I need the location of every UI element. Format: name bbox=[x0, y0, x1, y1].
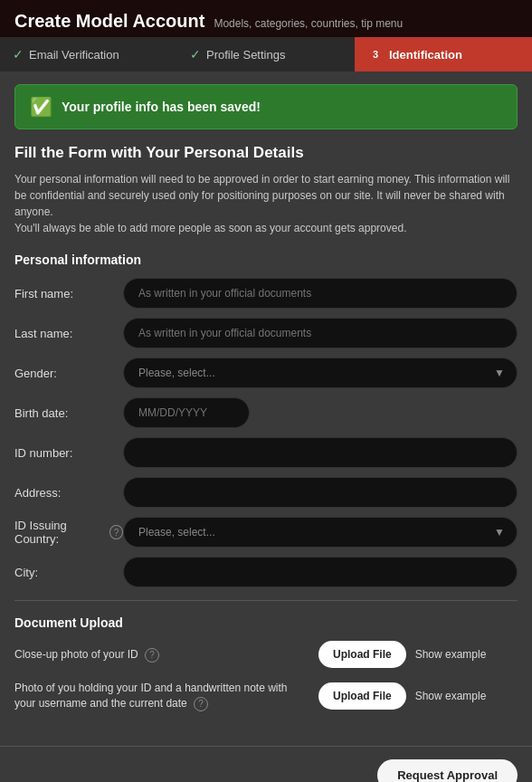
id-country-row: ID Issuing Country: ? Please, select... … bbox=[14, 517, 518, 548]
address-row: Address: bbox=[14, 477, 518, 508]
personal-info-title: Personal information bbox=[14, 253, 518, 267]
upload-row-1: Close-up photo of your ID ? Upload File … bbox=[14, 641, 518, 668]
page-title: Create Model Account bbox=[14, 11, 204, 32]
address-control bbox=[123, 477, 518, 508]
show-example-link-2[interactable]: Show example bbox=[415, 690, 487, 702]
gender-row: Gender: Please, select... Male Female Ot… bbox=[14, 358, 518, 388]
divider bbox=[14, 600, 518, 601]
id-number-input[interactable] bbox=[123, 437, 518, 468]
id-country-control: Please, select... ▼ bbox=[123, 517, 518, 548]
upload-actions-1: Upload File Show example bbox=[318, 641, 518, 668]
info-icon-upload2[interactable]: ? bbox=[194, 697, 208, 711]
last-name-control bbox=[123, 318, 518, 348]
address-label: Address: bbox=[14, 486, 123, 500]
description-line1: Your personal information will need to b… bbox=[14, 173, 509, 218]
form-description: Your personal information will need to b… bbox=[14, 171, 518, 236]
city-row: City: bbox=[14, 557, 518, 587]
request-approval-button[interactable]: Request Approval bbox=[377, 759, 518, 782]
last-name-input[interactable] bbox=[123, 318, 518, 348]
step-profile-settings[interactable]: ✓ Profile Settings bbox=[177, 37, 355, 72]
step-profile-label: Profile Settings bbox=[206, 48, 285, 62]
check-icon: ✓ bbox=[13, 47, 24, 62]
city-control bbox=[123, 557, 518, 587]
birth-date-control bbox=[123, 397, 518, 428]
gender-control: Please, select... Male Female Other ▼ bbox=[123, 358, 518, 388]
page-header: Create Model Account Models, categories,… bbox=[0, 0, 532, 37]
step-email-label: Email Verification bbox=[29, 48, 119, 62]
success-icon: ✅ bbox=[30, 96, 52, 118]
first-name-input[interactable] bbox=[123, 278, 518, 309]
breadcrumb: Models, categories, countries, tip menu bbox=[214, 17, 403, 30]
info-icon-upload1[interactable]: ? bbox=[145, 648, 159, 663]
success-message: Your profile info has been saved! bbox=[62, 100, 261, 114]
birth-date-label: Birth date: bbox=[14, 406, 123, 420]
city-input[interactable] bbox=[123, 557, 518, 587]
info-icon[interactable]: ? bbox=[109, 525, 123, 539]
id-country-label: ID Issuing Country: ? bbox=[14, 519, 123, 546]
gender-select[interactable]: Please, select... Male Female Other bbox=[123, 358, 518, 388]
step-identification[interactable]: 3 Identification bbox=[355, 37, 532, 72]
footer-bar: Request Approval bbox=[0, 746, 532, 782]
id-number-control bbox=[123, 437, 518, 468]
first-name-label: First name: bbox=[14, 287, 123, 300]
upload-label-2: Photo of you holding your ID and a handw… bbox=[14, 681, 311, 711]
show-example-link-1[interactable]: Show example bbox=[415, 648, 487, 661]
form-section-title: Fill the Form with Your Personal Details bbox=[14, 144, 518, 162]
description-line2: You'll always be able to add more people… bbox=[14, 222, 406, 234]
document-upload-title: Document Upload bbox=[14, 615, 518, 630]
upload-actions-2: Upload File Show example bbox=[318, 682, 518, 710]
birth-date-row: Birth date: bbox=[14, 397, 518, 428]
id-country-select[interactable]: Please, select... bbox=[123, 517, 518, 548]
last-name-label: Last name: bbox=[14, 327, 123, 340]
main-content: ✅ Your profile info has been saved! Fill… bbox=[0, 72, 532, 737]
upload-row-2: Photo of you holding your ID and a handw… bbox=[14, 681, 518, 711]
step-identification-label: Identification bbox=[389, 48, 462, 62]
check-icon-2: ✓ bbox=[190, 47, 201, 62]
last-name-row: Last name: bbox=[14, 318, 518, 348]
id-number-label: ID number: bbox=[14, 446, 123, 460]
gender-select-wrapper: Please, select... Male Female Other ▼ bbox=[123, 358, 518, 388]
document-upload-section: Document Upload Close-up photo of your I… bbox=[14, 615, 518, 711]
upload-file-button-2[interactable]: Upload File bbox=[318, 682, 406, 710]
steps-bar: ✓ Email Verification ✓ Profile Settings … bbox=[0, 37, 532, 72]
first-name-row: First name: bbox=[14, 278, 518, 309]
address-input[interactable] bbox=[123, 477, 518, 508]
city-label: City: bbox=[14, 566, 123, 579]
id-number-row: ID number: bbox=[14, 437, 518, 468]
birth-date-input[interactable] bbox=[123, 397, 250, 428]
upload-label-1: Close-up photo of your ID ? bbox=[14, 647, 311, 663]
upload-file-button-1[interactable]: Upload File bbox=[318, 641, 406, 668]
success-banner: ✅ Your profile info has been saved! bbox=[14, 84, 518, 129]
gender-label: Gender: bbox=[14, 367, 123, 380]
step-number: 3 bbox=[367, 46, 384, 62]
first-name-control bbox=[123, 278, 518, 309]
id-country-select-wrapper: Please, select... ▼ bbox=[123, 517, 518, 548]
step-email-verification[interactable]: ✓ Email Verification bbox=[0, 37, 177, 72]
